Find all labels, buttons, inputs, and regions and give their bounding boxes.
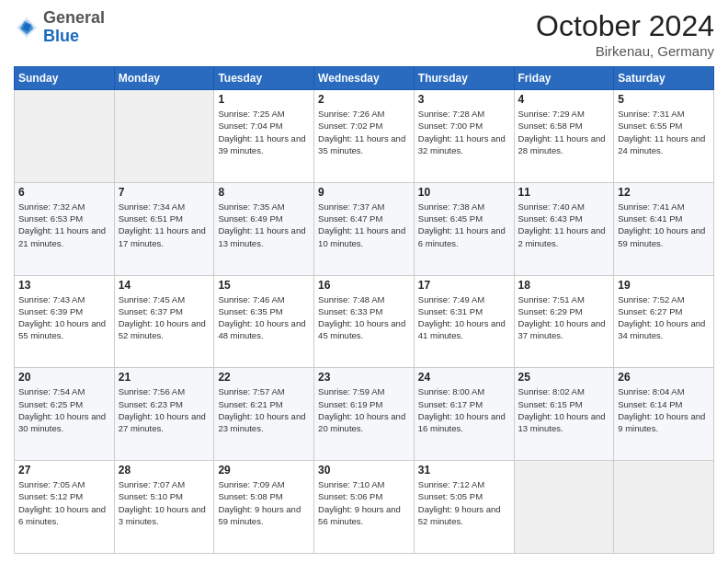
day-info: Sunrise: 7:35 AM Sunset: 6:49 PM Dayligh… bbox=[218, 201, 310, 249]
day-info: Sunrise: 7:09 AM Sunset: 5:08 PM Dayligh… bbox=[218, 478, 310, 527]
calendar-cell: 31Sunrise: 7:12 AM Sunset: 5:05 PM Dayli… bbox=[414, 461, 514, 554]
day-number: 10 bbox=[418, 186, 510, 199]
day-info: Sunrise: 8:02 AM Sunset: 6:15 PM Dayligh… bbox=[518, 385, 610, 434]
day-number: 13 bbox=[18, 279, 110, 292]
day-info: Sunrise: 7:59 AM Sunset: 6:19 PM Dayligh… bbox=[318, 385, 410, 434]
calendar-week-row: 13Sunrise: 7:43 AM Sunset: 6:39 PM Dayli… bbox=[15, 275, 714, 368]
calendar-cell: 17Sunrise: 7:49 AM Sunset: 6:31 PM Dayli… bbox=[414, 275, 514, 368]
calendar-table: SundayMondayTuesdayWednesdayThursdayFrid… bbox=[14, 66, 714, 554]
day-info: Sunrise: 7:05 AM Sunset: 5:12 PM Dayligh… bbox=[18, 478, 110, 527]
calendar-week-row: 20Sunrise: 7:54 AM Sunset: 6:25 PM Dayli… bbox=[15, 368, 714, 461]
calendar-cell bbox=[514, 461, 614, 554]
day-number: 21 bbox=[119, 371, 210, 384]
day-info: Sunrise: 7:26 AM Sunset: 7:02 PM Dayligh… bbox=[318, 108, 410, 156]
weekday-header: Thursday bbox=[414, 67, 514, 90]
logo-general: General bbox=[43, 9, 105, 28]
calendar-cell: 16Sunrise: 7:48 AM Sunset: 6:33 PM Dayli… bbox=[314, 275, 415, 368]
weekday-header: Monday bbox=[114, 67, 214, 90]
day-number: 12 bbox=[618, 186, 710, 199]
day-info: Sunrise: 7:10 AM Sunset: 5:06 PM Dayligh… bbox=[318, 478, 410, 527]
day-number: 11 bbox=[518, 186, 610, 199]
weekday-header: Saturday bbox=[614, 67, 714, 90]
day-number: 19 bbox=[618, 279, 710, 292]
calendar-cell: 26Sunrise: 8:04 AM Sunset: 6:14 PM Dayli… bbox=[614, 368, 714, 461]
day-number: 27 bbox=[18, 464, 110, 477]
calendar-cell: 22Sunrise: 7:57 AM Sunset: 6:21 PM Dayli… bbox=[214, 368, 314, 461]
calendar-cell bbox=[15, 90, 115, 183]
day-info: Sunrise: 7:54 AM Sunset: 6:25 PM Dayligh… bbox=[18, 385, 110, 434]
weekday-header: Tuesday bbox=[214, 67, 314, 90]
day-number: 8 bbox=[218, 186, 310, 199]
day-number: 31 bbox=[418, 464, 510, 477]
day-number: 3 bbox=[418, 93, 510, 106]
calendar-cell: 6Sunrise: 7:32 AM Sunset: 6:53 PM Daylig… bbox=[15, 182, 115, 275]
weekday-header: Sunday bbox=[15, 67, 115, 90]
calendar-cell: 1Sunrise: 7:25 AM Sunset: 7:04 PM Daylig… bbox=[214, 90, 314, 183]
title-block: October 2024 Birkenau, Germany bbox=[536, 9, 714, 59]
day-info: Sunrise: 7:25 AM Sunset: 7:04 PM Dayligh… bbox=[218, 108, 310, 156]
day-info: Sunrise: 7:48 AM Sunset: 6:33 PM Dayligh… bbox=[318, 293, 410, 342]
calendar-week-row: 27Sunrise: 7:05 AM Sunset: 5:12 PM Dayli… bbox=[15, 461, 714, 554]
calendar-cell: 14Sunrise: 7:45 AM Sunset: 6:37 PM Dayli… bbox=[114, 275, 214, 368]
weekday-header: Friday bbox=[514, 67, 614, 90]
page: General Blue October 2024 Birkenau, Germ… bbox=[0, 0, 728, 563]
day-number: 28 bbox=[119, 464, 210, 477]
logo-blue: Blue bbox=[43, 28, 105, 46]
day-number: 29 bbox=[218, 464, 310, 477]
calendar-cell bbox=[614, 461, 714, 554]
calendar-cell: 21Sunrise: 7:56 AM Sunset: 6:23 PM Dayli… bbox=[114, 368, 214, 461]
calendar-cell: 8Sunrise: 7:35 AM Sunset: 6:49 PM Daylig… bbox=[214, 182, 314, 275]
logo: General Blue bbox=[14, 9, 105, 46]
day-number: 20 bbox=[18, 371, 110, 384]
calendar-cell: 25Sunrise: 8:02 AM Sunset: 6:15 PM Dayli… bbox=[514, 368, 614, 461]
calendar-cell: 24Sunrise: 8:00 AM Sunset: 6:17 PM Dayli… bbox=[414, 368, 514, 461]
calendar-cell: 28Sunrise: 7:07 AM Sunset: 5:10 PM Dayli… bbox=[114, 461, 214, 554]
day-number: 25 bbox=[518, 371, 610, 384]
calendar-cell: 12Sunrise: 7:41 AM Sunset: 6:41 PM Dayli… bbox=[614, 182, 714, 275]
logo-text: General Blue bbox=[43, 9, 105, 46]
day-number: 26 bbox=[618, 371, 710, 384]
day-number: 24 bbox=[418, 371, 510, 384]
day-info: Sunrise: 7:56 AM Sunset: 6:23 PM Dayligh… bbox=[119, 385, 210, 434]
calendar-header-row: SundayMondayTuesdayWednesdayThursdayFrid… bbox=[15, 67, 714, 90]
day-info: Sunrise: 7:46 AM Sunset: 6:35 PM Dayligh… bbox=[218, 293, 310, 342]
calendar-cell: 18Sunrise: 7:51 AM Sunset: 6:29 PM Dayli… bbox=[514, 275, 614, 368]
day-number: 5 bbox=[618, 93, 710, 106]
day-number: 22 bbox=[218, 371, 310, 384]
calendar-cell: 19Sunrise: 7:52 AM Sunset: 6:27 PM Dayli… bbox=[614, 275, 714, 368]
day-info: Sunrise: 7:12 AM Sunset: 5:05 PM Dayligh… bbox=[418, 478, 510, 527]
logo-icon bbox=[14, 15, 40, 40]
calendar-cell: 20Sunrise: 7:54 AM Sunset: 6:25 PM Dayli… bbox=[15, 368, 115, 461]
day-info: Sunrise: 7:07 AM Sunset: 5:10 PM Dayligh… bbox=[119, 478, 210, 527]
location: Birkenau, Germany bbox=[536, 43, 714, 59]
day-info: Sunrise: 7:38 AM Sunset: 6:45 PM Dayligh… bbox=[418, 201, 510, 249]
day-info: Sunrise: 7:57 AM Sunset: 6:21 PM Dayligh… bbox=[218, 385, 310, 434]
calendar-cell: 11Sunrise: 7:40 AM Sunset: 6:43 PM Dayli… bbox=[514, 182, 614, 275]
day-number: 30 bbox=[318, 464, 410, 477]
calendar-cell: 2Sunrise: 7:26 AM Sunset: 7:02 PM Daylig… bbox=[314, 90, 415, 183]
day-info: Sunrise: 8:00 AM Sunset: 6:17 PM Dayligh… bbox=[418, 385, 510, 434]
calendar-cell: 9Sunrise: 7:37 AM Sunset: 6:47 PM Daylig… bbox=[314, 182, 415, 275]
calendar-cell: 4Sunrise: 7:29 AM Sunset: 6:58 PM Daylig… bbox=[514, 90, 614, 183]
day-number: 23 bbox=[318, 371, 410, 384]
calendar-cell: 13Sunrise: 7:43 AM Sunset: 6:39 PM Dayli… bbox=[15, 275, 115, 368]
day-number: 16 bbox=[318, 279, 410, 292]
day-number: 15 bbox=[218, 279, 310, 292]
day-info: Sunrise: 7:28 AM Sunset: 7:00 PM Dayligh… bbox=[418, 108, 510, 156]
day-info: Sunrise: 7:51 AM Sunset: 6:29 PM Dayligh… bbox=[518, 293, 610, 342]
calendar-cell: 23Sunrise: 7:59 AM Sunset: 6:19 PM Dayli… bbox=[314, 368, 415, 461]
calendar-cell: 29Sunrise: 7:09 AM Sunset: 5:08 PM Dayli… bbox=[214, 461, 314, 554]
day-info: Sunrise: 7:32 AM Sunset: 6:53 PM Dayligh… bbox=[18, 201, 110, 249]
day-info: Sunrise: 7:52 AM Sunset: 6:27 PM Dayligh… bbox=[618, 293, 710, 342]
calendar-week-row: 6Sunrise: 7:32 AM Sunset: 6:53 PM Daylig… bbox=[15, 182, 714, 275]
day-info: Sunrise: 7:45 AM Sunset: 6:37 PM Dayligh… bbox=[119, 293, 210, 342]
month-title: October 2024 bbox=[536, 9, 714, 43]
day-number: 9 bbox=[318, 186, 410, 199]
day-number: 17 bbox=[418, 279, 510, 292]
calendar-cell: 7Sunrise: 7:34 AM Sunset: 6:51 PM Daylig… bbox=[114, 182, 214, 275]
day-number: 2 bbox=[318, 93, 410, 106]
day-number: 14 bbox=[119, 279, 210, 292]
weekday-header: Wednesday bbox=[314, 67, 415, 90]
day-number: 18 bbox=[518, 279, 610, 292]
calendar-cell: 30Sunrise: 7:10 AM Sunset: 5:06 PM Dayli… bbox=[314, 461, 415, 554]
